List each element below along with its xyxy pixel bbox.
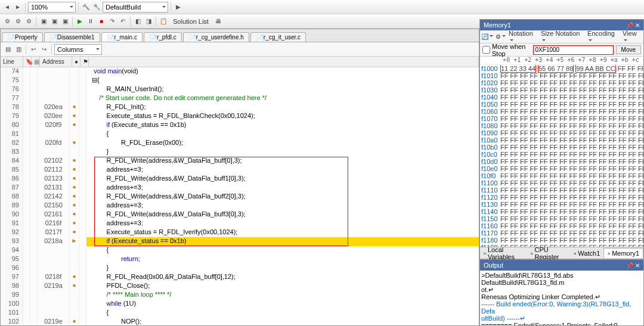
code-line[interactable]: 910216f● address+=3; (1, 219, 479, 228)
code-line[interactable]: 920217f● Execute_status = R_FDL_Iverify(… (1, 228, 479, 237)
tool-icon[interactable]: ◧ (133, 17, 143, 26)
code-line[interactable]: 77 /* Start user code. Do not edit comme… (1, 94, 479, 103)
tab-rpfdlc[interactable]: 📄r_pfdl.c (144, 32, 182, 42)
step-icon[interactable]: ↶ (118, 17, 128, 26)
output-body[interactable]: >DefaultBuild\RL78G13_fld.abs DefaultBui… (480, 271, 643, 325)
code-line[interactable]: 8702131● address+=3; (1, 184, 479, 193)
code-line[interactable]: 76 R_MAIN_UserInit(); (1, 85, 479, 94)
pin-icon[interactable]: 📌 (626, 262, 633, 269)
code-line[interactable]: 96 } (1, 264, 479, 273)
tool-icon[interactable]: ↪ (39, 45, 49, 54)
tab-disassemble1[interactable]: 📄Disassemble1 (44, 32, 100, 42)
rebuild-icon[interactable]: 🔧 (92, 2, 101, 12)
tab-rcguserdefineh[interactable]: 📄r_cg_userdefine.h (183, 32, 249, 42)
tool-icon[interactable]: ↩ (29, 45, 38, 54)
code-line[interactable]: 94 { (1, 246, 479, 255)
code-line[interactable]: 74 void main(void) (1, 67, 479, 76)
tool-icon[interactable]: ◨ (144, 17, 153, 26)
file-icon: 📄 (49, 35, 55, 41)
code-line[interactable]: 8802142● R_FDL_Write(address,&W_DataFla_… (1, 193, 479, 201)
tool-icon[interactable]: ▣ (39, 17, 48, 26)
move-button[interactable]: Move (616, 45, 641, 54)
tab-property[interactable]: 📄Property (2, 32, 43, 42)
tool-icon[interactable]: ⚙ (13, 17, 23, 26)
code-line[interactable]: 80020f9● if (Execute_status == 0x1b) (1, 121, 479, 130)
bottom-tabs: ▫Local Variables▫CPU Register▫Watch1▫Mem… (480, 247, 643, 259)
solution-list-icon[interactable]: 📋 (159, 17, 168, 26)
gutter-icon: 🔖 (23, 57, 32, 67)
code-area[interactable]: 74 void main(void)75 ⊟{76 R_MAIN_UserIni… (1, 67, 479, 325)
code-line[interactable]: 8902150● address+=3; (1, 201, 479, 210)
close-icon[interactable]: ✕ (635, 262, 640, 269)
tool-icon[interactable]: ▤ (3, 45, 13, 54)
code-line[interactable]: 95 return; (1, 255, 479, 264)
view-dropdown[interactable]: View (623, 30, 641, 44)
code-line[interactable]: 8502112● address+=3; (1, 166, 479, 175)
pause-icon[interactable]: ⏸ (86, 17, 95, 26)
memory-row: f100011 22 33 44 55 66 77 88 99 AA BB CC… (480, 65, 643, 72)
code-line[interactable]: 79020ee● Execute_status = R_FDL_BlankChe… (1, 112, 479, 121)
memory-row: f1020FF FF FF FF FF FF FF FF FF FF FF FF… (480, 79, 643, 86)
file-icon: 📄 (107, 35, 113, 41)
toolbar-row-1: ◄ ► 100% 🔨 🔧 DefaultBuild ▶ (0, 0, 644, 14)
tab-rmainc[interactable]: 📄r_main.c (101, 32, 143, 42)
bottom-tab-watch1[interactable]: ▫Watch1 (570, 249, 603, 258)
code-line[interactable]: 9002161● R_FDL_Write(address,&W_DataFla_… (1, 210, 479, 219)
code-line[interactable]: 8602123● R_FDL_Write(address,&W_DataFla_… (1, 175, 479, 184)
memory-row: f1130FF FF FF FF FF FF FF FF FF FF FF FF… (480, 201, 643, 208)
code-line[interactable]: 81 { (1, 130, 479, 139)
nav-fwd-icon[interactable]: ► (13, 2, 23, 12)
stop-icon[interactable]: ■ (97, 17, 106, 26)
memory-address-input[interactable] (533, 45, 614, 55)
code-line[interactable]: 83 } (1, 148, 479, 157)
memory-toolbar: 🔄 ⚙ Notation Size Notation Encoding View (480, 30, 643, 44)
code-line[interactable]: 99 /* **** Main loop **** */ (1, 291, 479, 300)
build-icon[interactable]: 🔨 (81, 2, 91, 12)
columns-combo[interactable]: Columns (54, 44, 102, 55)
solution-list-label[interactable]: Solution List (169, 18, 212, 25)
notation-dropdown[interactable]: Notation (509, 30, 537, 44)
code-line[interactable]: 1020219e● NOP(); (1, 318, 479, 325)
debug-icon[interactable]: ▶ (174, 2, 183, 12)
editor-toolbar: ▤ ▥ ↩ ↪ Columns (1, 42, 479, 57)
tool-icon[interactable]: ▣ (60, 17, 70, 26)
code-line[interactable]: 75 ⊟{ (1, 76, 479, 85)
tool-icon[interactable]: ▥ (14, 45, 23, 54)
tab-icon: ▫ (608, 250, 610, 257)
code-line[interactable]: 980219a● PFDL_Close(); (1, 282, 479, 291)
refresh-icon[interactable]: 🔄 (482, 32, 492, 42)
build-config-combo[interactable]: DefaultBuild (103, 2, 168, 13)
bottom-tab-memory1[interactable]: ▫Memory1 (603, 248, 643, 258)
run-icon[interactable]: ▶ (75, 17, 85, 26)
step-icon[interactable]: ↷ (107, 17, 117, 26)
tab-rcgituserc[interactable]: 📄r_cg_it_user.c (250, 32, 306, 42)
tool-icon[interactable]: ▣ (49, 17, 59, 26)
tool-icon[interactable]: ⚙ (24, 17, 33, 26)
tool-icon[interactable]: 🖶 (213, 17, 223, 26)
memory-row: f10c0FF FF FF FF FF FF FF FF FF FF FF FF… (480, 151, 643, 158)
pin-icon[interactable]: 📌 (626, 22, 633, 29)
code-line[interactable]: 8402102● R_FDL_Write(address,&W_DataFla_… (1, 157, 479, 166)
nav-back-icon[interactable]: ◄ (2, 2, 12, 12)
code-line[interactable]: 100 while (1U) (1, 300, 479, 309)
zoom-combo[interactable]: 100% (28, 2, 76, 13)
tool-icon[interactable]: ⚙ (2, 17, 12, 26)
memory-row: f10e0FF FF FF FF FF FF FF FF FF FF FF FF… (480, 165, 643, 172)
code-line[interactable]: 970218f● R_FDL_Read(0x00,&R_DataFla_buff… (1, 273, 479, 282)
code-line[interactable]: 930218a► if (Execute_status == 0x1b) (1, 237, 479, 246)
code-line[interactable]: 82020fd● R_FDL_Erase(0x00); (1, 139, 479, 148)
memory-body[interactable]: f100011 22 33 44 55 66 77 88 99 AA BB CC… (480, 65, 643, 247)
move-when-stop-checkbox[interactable]: Move when Stop (482, 43, 531, 57)
gutter-icon: ⚑ (80, 57, 89, 67)
tab-icon: ▫ (531, 250, 533, 257)
size-notation-dropdown[interactable]: Size Notation (541, 30, 584, 44)
memory-row: f1140FF FF FF FF FF FF FF FF FF FF FF FF… (480, 208, 643, 215)
code-line[interactable]: 101 { (1, 309, 479, 318)
memory-row: f1170FF FF FF FF FF FF FF FF FF FF FF FF… (480, 229, 643, 237)
close-icon[interactable]: ✕ (635, 22, 640, 29)
memory-row: f1120FF FF FF FF FF FF FF FF FF FF FF FF… (480, 194, 643, 201)
gear-icon[interactable]: ⚙ (496, 32, 505, 42)
code-line[interactable]: 78020ea● R_FDL_Init(); (1, 103, 479, 112)
memory-panel-title: Memory1 📌 ✕ (480, 20, 643, 30)
encoding-dropdown[interactable]: Encoding (587, 30, 619, 44)
